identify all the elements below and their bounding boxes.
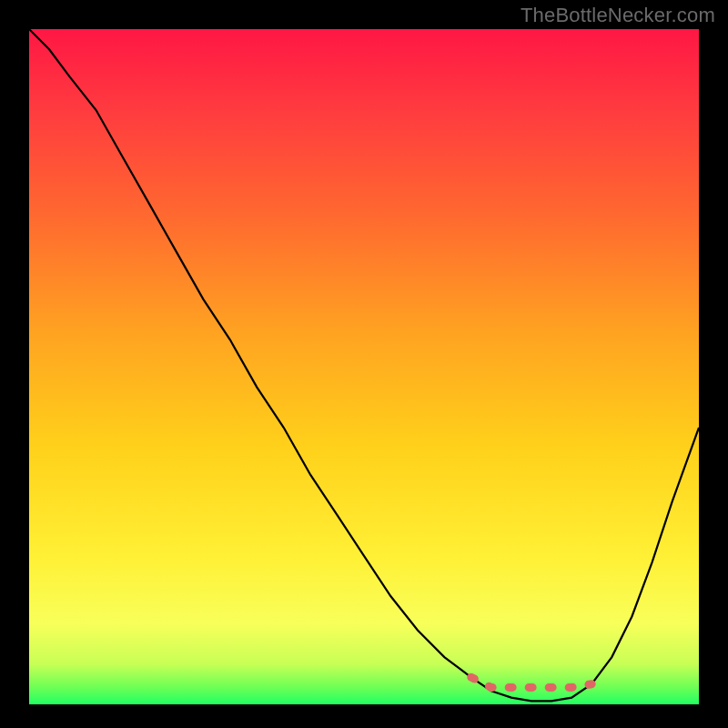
plot-area	[29, 29, 699, 704]
bottleneck-chart	[0, 0, 728, 728]
chart-frame: TheBottleNecker.com	[0, 0, 728, 728]
